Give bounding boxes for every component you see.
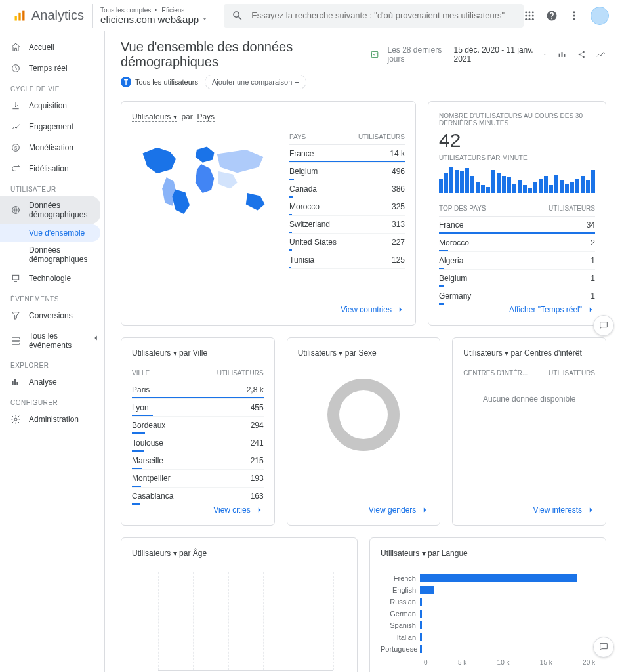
collapse-sidebar-button[interactable] bbox=[91, 333, 100, 345]
chevron-down-icon bbox=[542, 51, 548, 58]
section-events: ÉVÉNEMENTS bbox=[0, 289, 104, 305]
search-input[interactable] bbox=[251, 10, 516, 20]
feedback-button-1[interactable] bbox=[593, 315, 614, 336]
realtime-users-count: 42 bbox=[439, 129, 595, 152]
nav-all-events[interactable]: Tous les événements bbox=[0, 326, 104, 355]
nav-realtime[interactable]: Temps réel bbox=[0, 58, 104, 79]
page-header: Vue d'ensemble des données démographique… bbox=[121, 39, 606, 70]
svg-rect-24 bbox=[14, 379, 16, 385]
chart-icon[interactable] bbox=[557, 49, 568, 60]
nav-conversions[interactable]: Conversions bbox=[0, 305, 104, 326]
nav-analysis[interactable]: Analyse bbox=[0, 371, 104, 392]
metric-picker[interactable]: Utilisateurs ▾ bbox=[132, 112, 177, 122]
app-header: Analytics Tous les comptes Eficiens efic… bbox=[0, 0, 622, 32]
table-row[interactable]: France34 bbox=[439, 217, 595, 234]
nav-technology[interactable]: Technologie bbox=[0, 268, 104, 289]
date-range-picker[interactable]: Les 28 derniers jours 15 déc. 2020 - 11 … bbox=[388, 45, 549, 64]
metric-picker[interactable]: Utilisateurs ▾ bbox=[298, 348, 343, 358]
table-row[interactable]: Belgium1 bbox=[439, 270, 595, 287]
product-name: Analytics bbox=[31, 8, 84, 23]
svg-point-11 bbox=[532, 18, 534, 20]
dimension-picker[interactable]: Sexe bbox=[358, 348, 376, 358]
account-switcher[interactable]: Tous les comptes Eficiens eficiens.com w… bbox=[92, 4, 216, 28]
table-row[interactable]: Germany1 bbox=[439, 287, 595, 305]
metric-picker[interactable]: Utilisateurs ▾ bbox=[132, 348, 177, 358]
view-realtime-link[interactable]: Afficher "Temps réel" bbox=[439, 305, 595, 314]
svg-point-5 bbox=[532, 11, 534, 13]
svg-point-4 bbox=[529, 11, 531, 13]
table-row[interactable]: Montpellier193 bbox=[132, 470, 264, 488]
card-age: Utilisateurs ▾ par Âge 00,20,40,60,81 Vi… bbox=[121, 537, 358, 672]
search-bar[interactable] bbox=[224, 4, 524, 28]
analytics-logo-icon bbox=[13, 9, 26, 22]
segment-chips: TTous les utilisateurs Ajouter une compa… bbox=[121, 75, 606, 89]
table-row[interactable]: Switzerland313 bbox=[289, 216, 405, 234]
svg-point-3 bbox=[525, 11, 527, 13]
table-row[interactable]: Marseille215 bbox=[132, 452, 264, 470]
add-comparison-button[interactable]: Ajouter une comparaison+ bbox=[205, 75, 306, 89]
svg-point-9 bbox=[525, 18, 527, 20]
logo-area[interactable]: Analytics bbox=[5, 8, 92, 23]
feedback-button-2[interactable] bbox=[593, 637, 614, 658]
view-countries-link[interactable]: View countries bbox=[132, 305, 405, 314]
svg-point-32 bbox=[583, 51, 585, 53]
nav-admin[interactable]: Administration bbox=[0, 409, 104, 430]
lang-row: Russian bbox=[381, 596, 595, 608]
users-per-minute-sparkline bbox=[439, 167, 595, 193]
table-row[interactable]: Morocco325 bbox=[289, 198, 405, 216]
dimension-picker[interactable]: Langue bbox=[442, 549, 468, 558]
svg-point-31 bbox=[578, 54, 580, 56]
svg-rect-30 bbox=[564, 54, 565, 57]
nav-demographics[interactable]: Données démographiques bbox=[0, 196, 100, 224]
nav-demographics-detail[interactable]: Données démographiques bbox=[0, 242, 104, 268]
dimension-picker[interactable]: Pays bbox=[197, 112, 215, 122]
svg-point-33 bbox=[583, 56, 585, 58]
nav-engagement[interactable]: Engagement bbox=[0, 116, 104, 137]
card-interests: Utilisateurs ▾ par Centres d'intérêt CEN… bbox=[452, 337, 606, 526]
table-row[interactable]: Lyon455 bbox=[132, 399, 264, 417]
nav-home[interactable]: Accueil bbox=[0, 37, 104, 58]
table-row[interactable]: Algeria1 bbox=[439, 252, 595, 270]
view-genders-link[interactable]: View genders bbox=[298, 505, 430, 514]
help-icon[interactable] bbox=[546, 10, 558, 22]
table-row[interactable]: Belgium496 bbox=[289, 163, 405, 180]
main-content: Vue d'ensemble des données démographique… bbox=[105, 32, 622, 672]
metric-picker[interactable]: Utilisateurs ▾ bbox=[381, 549, 426, 558]
table-row[interactable]: Casablanca163 bbox=[132, 488, 264, 505]
table-row[interactable]: Toulouse241 bbox=[132, 434, 264, 452]
dimension-picker[interactable]: Ville bbox=[193, 348, 207, 358]
view-cities-link[interactable]: View cities bbox=[132, 505, 264, 514]
svg-rect-19 bbox=[12, 275, 18, 280]
table-row[interactable]: Canada386 bbox=[289, 180, 405, 198]
nav-demographics-overview[interactable]: Vue d'ensemble bbox=[0, 224, 100, 242]
table-row[interactable]: Paris2,8 k bbox=[132, 381, 264, 399]
section-lifecycle: CYCLE DE VIE bbox=[0, 79, 104, 95]
svg-point-6 bbox=[525, 14, 527, 16]
customize-report-icon[interactable] bbox=[370, 49, 379, 60]
svg-rect-25 bbox=[16, 382, 18, 385]
nav-monetisation[interactable]: $Monétisation bbox=[0, 137, 104, 158]
apps-icon[interactable] bbox=[524, 10, 535, 22]
metric-picker[interactable]: Utilisateurs ▾ bbox=[132, 549, 177, 558]
table-row[interactable]: Morocco2 bbox=[439, 234, 595, 252]
view-interests-link[interactable]: View interests bbox=[463, 505, 595, 514]
dimension-picker[interactable]: Centres d'intérêt bbox=[524, 348, 582, 358]
svg-rect-28 bbox=[559, 54, 560, 57]
table-row[interactable]: Bordeaux294 bbox=[132, 417, 264, 434]
svg-point-26 bbox=[14, 418, 17, 421]
chip-all-users[interactable]: TTous les utilisateurs bbox=[121, 77, 198, 87]
more-vert-icon[interactable] bbox=[568, 10, 580, 22]
svg-point-14 bbox=[573, 18, 575, 20]
nav-acquisition[interactable]: Acquisition bbox=[0, 95, 104, 116]
table-row[interactable]: Tunisia125 bbox=[289, 251, 405, 269]
lang-row: English bbox=[381, 584, 595, 596]
dimension-picker[interactable]: Âge bbox=[193, 549, 207, 558]
metric-picker[interactable]: Utilisateurs ▾ bbox=[463, 348, 508, 358]
table-row[interactable]: United States227 bbox=[289, 234, 405, 251]
user-avatar[interactable] bbox=[591, 7, 609, 25]
share-icon[interactable] bbox=[577, 49, 587, 60]
nav-retention[interactable]: Fidélisation bbox=[0, 158, 104, 179]
insights-icon[interactable] bbox=[596, 49, 606, 60]
table-row[interactable]: France14 k bbox=[289, 145, 405, 163]
svg-rect-22 bbox=[12, 343, 20, 344]
